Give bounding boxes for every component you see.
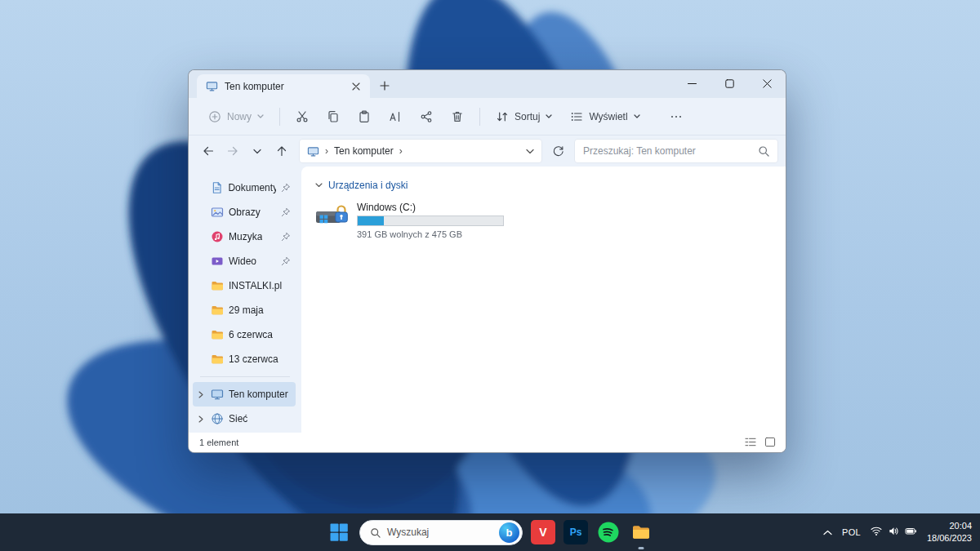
folder-icon <box>211 353 224 366</box>
sidebar-item-muzyka[interactable]: Muzyka <box>193 224 296 249</box>
taskbar-search[interactable]: Wyszukaj b <box>359 520 523 545</box>
pictures-icon <box>211 206 224 219</box>
maximize-button[interactable] <box>710 70 748 97</box>
close-button[interactable] <box>748 70 786 97</box>
clock[interactable]: 20:04 18/06/2023 <box>927 520 972 544</box>
pin-icon <box>281 232 291 242</box>
section-title: Urządzenia i dyski <box>328 180 408 191</box>
pin-icon <box>281 183 291 193</box>
sidebar-item-dokumenty[interactable]: Dokumenty <box>193 176 296 200</box>
view-list-icon <box>570 110 583 123</box>
search-icon <box>370 527 381 538</box>
spotify-icon[interactable] <box>596 520 621 544</box>
taskbar-search-placeholder: Wyszukaj <box>387 527 429 538</box>
status-bar: 1 element <box>189 433 786 452</box>
content-pane: Urządzenia i dyski Windows (C:) <box>301 167 786 433</box>
drive-bitlocker-icon <box>315 202 350 231</box>
network-icon <box>211 412 224 425</box>
this-pc-icon <box>206 80 218 92</box>
sidebar-item-ten-komputer[interactable]: Ten komputer <box>193 382 296 407</box>
photoshop-icon[interactable]: Ps <box>564 520 588 544</box>
large-thumbnails-view-icon[interactable] <box>764 437 776 449</box>
taskbar: Wyszukaj b V Ps POL <box>0 513 980 551</box>
vivaldi-icon[interactable]: V <box>531 520 555 544</box>
toolbar-separator <box>279 108 280 126</box>
sidebar-item-siec[interactable]: Sieć <box>193 407 296 431</box>
chevron-down-icon <box>634 114 640 118</box>
minimize-button[interactable] <box>673 70 710 97</box>
folder-icon <box>211 328 224 341</box>
navigation-pane: Dokumenty Obrazy Muzyka <box>189 167 301 433</box>
sidebar-item-29-maja[interactable]: 29 maja <box>193 298 296 322</box>
share-button[interactable] <box>412 103 441 131</box>
language-indicator[interactable]: POL <box>842 527 861 537</box>
breadcrumb-separator: › <box>325 145 328 157</box>
start-button[interactable] <box>327 520 351 544</box>
windows-logo-icon <box>329 522 349 542</box>
this-pc-icon <box>307 145 319 158</box>
tab-title: Ten komputer <box>225 81 284 92</box>
view-button[interactable]: Wyświetl <box>562 103 648 131</box>
section-collapse-icon[interactable] <box>315 183 323 188</box>
item-count: 1 element <box>199 438 238 447</box>
sidebar-item-13-czerwca[interactable]: 13 czerwca <box>193 347 296 371</box>
sidebar-item-6-czerwca[interactable]: 6 czerwca <box>193 322 296 347</box>
breadcrumb-item[interactable]: Ten komputer <box>334 145 394 157</box>
sort-button[interactable]: Sortuj <box>488 103 560 131</box>
video-icon <box>211 255 224 268</box>
file-explorer-icon[interactable] <box>629 520 653 544</box>
refresh-button[interactable] <box>546 139 570 163</box>
recent-locations-button[interactable] <box>245 140 269 163</box>
volume-icon[interactable] <box>888 526 899 539</box>
more-button[interactable] <box>662 103 691 131</box>
arrow-right-icon <box>226 144 239 158</box>
address-dropdown-icon[interactable] <box>526 145 534 157</box>
new-tab-button[interactable] <box>373 74 396 97</box>
drive-usage-fill <box>358 216 384 225</box>
battery-icon[interactable] <box>905 526 917 539</box>
tray-chevron-up-icon[interactable] <box>823 527 832 538</box>
music-icon <box>211 230 224 243</box>
sidebar-separator <box>200 376 290 377</box>
up-button[interactable] <box>270 140 293 163</box>
expander-chevron-icon[interactable] <box>195 415 206 423</box>
arrow-up-icon <box>275 144 288 158</box>
new-button[interactable]: Nowy <box>200 103 272 131</box>
expander-chevron-icon[interactable] <box>195 391 206 398</box>
documents-icon <box>211 181 223 194</box>
sidebar-item-instalki[interactable]: INSTALKI.pl <box>193 273 296 298</box>
address-bar: › Ten komputer › Przeszukaj: Ten kompute… <box>189 136 786 167</box>
details-view-icon[interactable] <box>745 437 756 449</box>
cut-button[interactable] <box>287 103 317 131</box>
drive-windows-c[interactable]: Windows (C:) 391 GB wolnych z 475 GB <box>315 202 536 239</box>
copy-button[interactable] <box>318 103 348 131</box>
trash-icon <box>451 110 464 123</box>
breadcrumb-separator: › <box>399 145 403 157</box>
search-placeholder: Przeszukaj: Ten komputer <box>583 145 758 157</box>
back-button[interactable] <box>196 140 220 163</box>
network-icon[interactable] <box>871 526 882 539</box>
tab-close-icon[interactable] <box>349 79 363 94</box>
this-pc-icon <box>211 388 224 401</box>
search-icon <box>758 145 769 157</box>
folder-icon <box>211 304 224 317</box>
sidebar-item-obrazy[interactable]: Obrazy <box>193 200 296 224</box>
toolbar-separator <box>479 108 480 126</box>
paste-button[interactable] <box>350 103 379 131</box>
tab-ten-komputer[interactable]: Ten komputer <box>197 74 370 98</box>
command-toolbar: Nowy <box>189 98 786 136</box>
bing-icon[interactable]: b <box>499 522 519 543</box>
breadcrumb[interactable]: › Ten komputer › <box>299 139 542 163</box>
window-body: Dokumenty Obrazy Muzyka <box>189 167 786 433</box>
ellipsis-icon <box>670 110 683 123</box>
arrow-left-icon <box>202 144 215 158</box>
sidebar-item-wideo[interactable]: Wideo <box>193 249 296 273</box>
section-devices-and-drives[interactable]: Urządzenia i dyski <box>315 180 786 191</box>
refresh-icon <box>552 145 564 158</box>
rename-button[interactable] <box>381 103 410 131</box>
sort-icon <box>496 110 509 123</box>
pin-icon <box>281 256 291 266</box>
search-input[interactable]: Przeszukaj: Ten komputer <box>574 139 778 163</box>
delete-button[interactable] <box>443 103 472 131</box>
forward-button[interactable] <box>220 140 244 163</box>
